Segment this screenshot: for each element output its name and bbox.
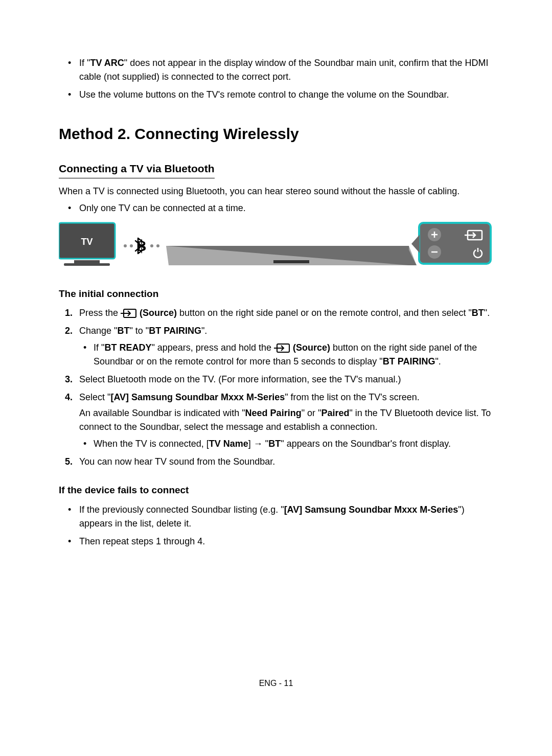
- step-1: Press the (Source) button on the right s…: [79, 306, 493, 320]
- section-heading: Method 2. Connecting Wirelessly: [59, 122, 493, 145]
- text: Change ": [79, 326, 117, 336]
- text: Use the volume buttons on the TV's remot…: [79, 89, 449, 100]
- text: " from the list on the TV's screen.: [285, 392, 420, 402]
- text: An available Soundbar is indicated with …: [79, 408, 245, 418]
- list-item: Use the volume buttons on the TV's remot…: [79, 88, 493, 102]
- text: If ": [79, 58, 90, 68]
- list-item: Then repeat steps 1 through 4.: [79, 535, 493, 548]
- sub-bullet-list: When the TV is connected, [TV Name] → "B…: [79, 437, 493, 451]
- text: ] → ": [248, 439, 268, 449]
- bullet-list: Only one TV can be connected at a time.: [59, 201, 493, 215]
- step-3: Select Bluetooth mode on the TV. (For mo…: [79, 373, 493, 386]
- sub-heading: The initial connection: [59, 287, 493, 302]
- text: If the previously connected Soundbar lis…: [79, 505, 284, 515]
- text: Then repeat steps 1 through 4.: [79, 536, 205, 546]
- text: If ": [94, 342, 104, 353]
- text: ".: [201, 326, 207, 336]
- bold-text: TV ARC: [90, 58, 124, 68]
- text: Only one TV can be connected at a time.: [79, 203, 246, 213]
- svg-rect-1: [74, 260, 100, 263]
- text: " appears on the Soundbar's front displa…: [281, 439, 451, 449]
- fail-bullet-list: If the previously connected Soundbar lis…: [59, 503, 493, 548]
- step-5: You can now hear TV sound from the Sound…: [79, 455, 493, 469]
- bold-text: TV Name: [209, 439, 248, 449]
- bold-text: BT PAIRING: [383, 356, 435, 366]
- bold-text: BT READY: [104, 342, 151, 353]
- bold-text: BT: [472, 308, 484, 318]
- bold-text: BT PAIRING: [149, 326, 201, 336]
- page-footer: ENG - 11: [0, 677, 552, 690]
- text: " to ": [129, 326, 149, 336]
- list-item: If "TV ARC" does not appear in the displ…: [79, 56, 493, 84]
- list-item: When the TV is connected, [TV Name] → "B…: [94, 437, 493, 451]
- bold-text: (Source): [137, 308, 177, 318]
- text: " or ": [302, 408, 321, 418]
- text: Select ": [79, 392, 110, 402]
- text: Press the: [79, 308, 121, 318]
- bold-text: Paired: [321, 408, 349, 418]
- text: ".: [484, 308, 490, 318]
- step-2: Change "BT" to "BT PAIRING". If "BT READ…: [79, 324, 493, 369]
- list-item: If the previously connected Soundbar lis…: [79, 503, 493, 531]
- list-item: If "BT READY" appears, press and hold th…: [94, 341, 493, 369]
- text: " does not appear in the display window …: [79, 58, 489, 82]
- tv-label: TV: [81, 237, 93, 247]
- step-4: Select "[AV] Samsung Soundbar Mxxx M-Ser…: [79, 391, 493, 451]
- text: You can now hear TV sound from the Sound…: [79, 456, 275, 467]
- numbered-steps: Press the (Source) button on the right s…: [59, 306, 493, 469]
- svg-point-3: [124, 244, 127, 247]
- bold-text: BT: [268, 439, 281, 449]
- bold-text: Need Pairing: [245, 408, 302, 418]
- text: Select Bluetooth mode on the TV. (For mo…: [79, 374, 401, 384]
- text: button on the right side panel or on the…: [177, 308, 472, 318]
- connection-diagram: TV ฿: [59, 220, 493, 269]
- text: " appears, press and hold the: [151, 342, 274, 353]
- sub-bullet-list: If "BT READY" appears, press and hold th…: [79, 341, 493, 369]
- list-item: Only one TV can be connected at a time.: [79, 201, 493, 215]
- source-icon: [274, 343, 290, 353]
- bold-text: (Source): [290, 342, 330, 353]
- bold-text: [AV] Samsung Soundbar Mxxx M-Series: [110, 392, 285, 402]
- text: When the TV is connected, [: [94, 439, 209, 449]
- paragraph: When a TV is connected using Bluetooth, …: [59, 185, 493, 198]
- bold-text: [AV] Samsung Soundbar Mxxx M-Series: [284, 505, 458, 515]
- svg-point-7: [156, 244, 159, 247]
- bold-text: BT: [117, 326, 129, 336]
- svg-point-6: [150, 244, 153, 247]
- sub-heading: Connecting a TV via Bluetooth: [59, 161, 215, 178]
- source-icon: [121, 308, 137, 318]
- top-bullet-list: If "TV ARC" does not appear in the displ…: [59, 56, 493, 102]
- sub-heading: If the device fails to connect: [59, 483, 493, 498]
- svg-rect-8: [273, 260, 309, 263]
- text: ".: [435, 356, 441, 366]
- svg-point-4: [130, 244, 133, 247]
- svg-rect-2: [64, 263, 110, 266]
